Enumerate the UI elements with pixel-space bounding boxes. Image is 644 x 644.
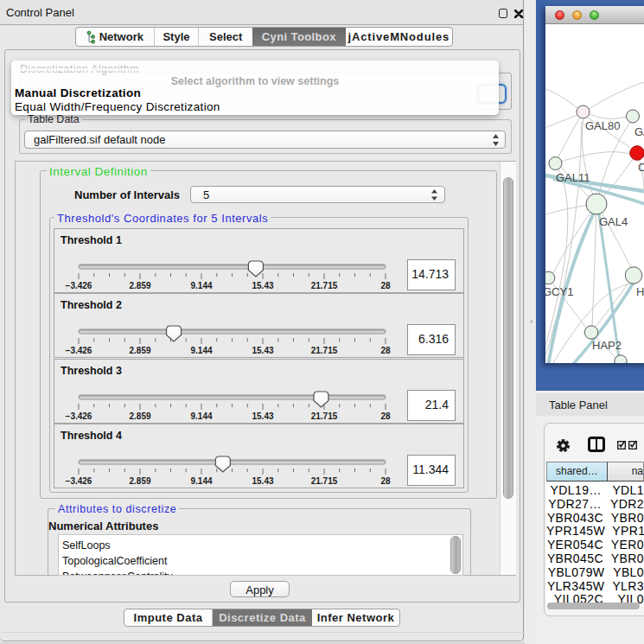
- svg-text:−3.426: −3.426: [66, 411, 92, 421]
- svg-text:GAL11: GAL11: [556, 171, 590, 184]
- svg-text:GCY1: GCY1: [545, 285, 573, 298]
- svg-text:9.144: 9.144: [190, 476, 212, 486]
- svg-text:9.144: 9.144: [190, 346, 212, 355]
- svg-text:HA: HA: [636, 285, 644, 298]
- svg-text:2.859: 2.859: [129, 346, 150, 355]
- svg-text:15.43: 15.43: [252, 346, 273, 355]
- svg-text:HAP2: HAP2: [592, 339, 622, 352]
- svg-text:21.715: 21.715: [311, 411, 338, 421]
- svg-text:28: 28: [380, 346, 391, 355]
- svg-text:GAL80: GAL80: [585, 119, 620, 132]
- svg-text:−3.426: −3.426: [66, 346, 92, 355]
- svg-text:21.715: 21.715: [311, 346, 338, 355]
- svg-text:CY: CY: [638, 161, 644, 174]
- svg-text:21.715: 21.715: [311, 281, 338, 290]
- svg-text:2.859: 2.859: [129, 411, 150, 421]
- svg-text:−3.426: −3.426: [66, 476, 92, 486]
- svg-text:9.144: 9.144: [190, 411, 212, 421]
- svg-text:GA: GA: [634, 125, 644, 138]
- svg-text:2.859: 2.859: [129, 476, 150, 486]
- svg-text:28: 28: [380, 411, 391, 421]
- svg-text:28: 28: [380, 476, 391, 486]
- svg-text:15.43: 15.43: [252, 281, 273, 290]
- svg-text:21.715: 21.715: [311, 476, 338, 486]
- svg-text:GAL4: GAL4: [599, 215, 628, 228]
- svg-text:2.859: 2.859: [129, 281, 150, 290]
- svg-text:9.144: 9.144: [190, 281, 212, 290]
- svg-text:15.43: 15.43: [252, 411, 273, 421]
- svg-text:15.43: 15.43: [252, 476, 273, 486]
- svg-text:28: 28: [380, 281, 391, 290]
- svg-text:−3.426: −3.426: [66, 281, 92, 290]
